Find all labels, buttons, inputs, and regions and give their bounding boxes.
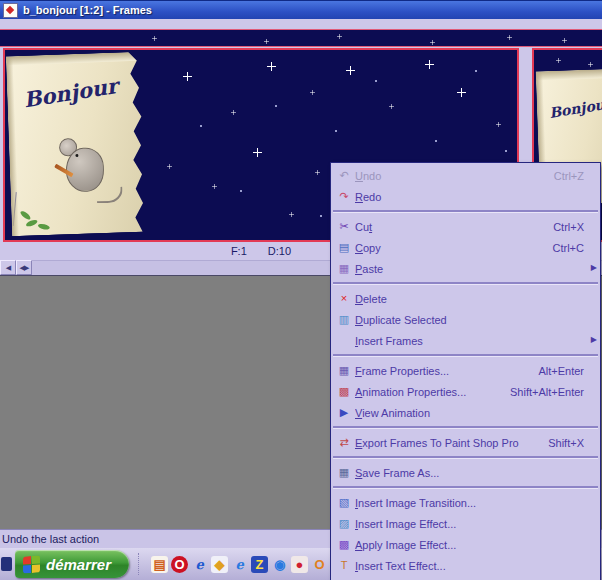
internet-explorer-icon[interactable]: e bbox=[191, 556, 208, 573]
insert-image-effect-icon: ▨ bbox=[333, 518, 355, 529]
menu-item-label: Paste bbox=[355, 263, 596, 275]
parchment-scroll-artwork: Bonjour bbox=[6, 52, 148, 237]
insert-image-transition-icon: ▧ bbox=[333, 497, 355, 508]
status-text: Undo the last action bbox=[2, 533, 99, 545]
insert-image-transition-menu-item[interactable]: ▧Insert Image Transition... bbox=[331, 492, 600, 513]
view-animation-icon: ▶ bbox=[333, 407, 355, 418]
cut-menu-item[interactable]: ✂CutCtrl+X bbox=[331, 216, 600, 237]
star-icon bbox=[588, 62, 593, 67]
redo-menu-item[interactable]: ↷Redo bbox=[331, 186, 600, 207]
insert-image-effect-menu-item[interactable]: ▨Insert Image Effect... bbox=[331, 513, 600, 534]
messenger-icon[interactable]: ◆ bbox=[211, 556, 228, 573]
frame-delay: D:10 bbox=[268, 245, 291, 257]
menu-item-label: Redo bbox=[355, 191, 596, 203]
insert-frames-menu-item[interactable]: Insert Frames▶ bbox=[331, 330, 600, 351]
star-dot-icon bbox=[375, 80, 377, 82]
menu-shortcut-label: Alt+Enter bbox=[538, 365, 584, 377]
menu-separator bbox=[333, 456, 598, 459]
media-player-icon[interactable]: ● bbox=[291, 556, 308, 573]
start-button-label: démarrer bbox=[46, 556, 111, 573]
star-dot-icon bbox=[475, 70, 477, 72]
menu-item-label: Cut bbox=[355, 221, 545, 233]
globe-icon[interactable]: ◉ bbox=[271, 556, 288, 573]
star-icon bbox=[267, 62, 276, 71]
star-icon bbox=[152, 36, 157, 41]
delete-x-icon: × bbox=[333, 293, 355, 304]
save-disk-icon: ▦ bbox=[333, 467, 355, 478]
start-button[interactable]: démarrer bbox=[15, 550, 129, 578]
export-frames-to-paint-shop-pro-menu-item[interactable]: ⇄Export Frames To Paint Shop ProShift+X bbox=[331, 432, 600, 453]
star-icon bbox=[167, 164, 172, 169]
save-frame-as-menu-item[interactable]: ▦Save Frame As... bbox=[331, 462, 600, 483]
apply-text-effect-menu-item[interactable]: TApply Text Effect... bbox=[331, 576, 600, 580]
duplicate-icon: ▥ bbox=[333, 314, 355, 325]
menu-separator bbox=[333, 210, 598, 213]
frames-context-menu: ↶UndoCtrl+Z↷Redo✂CutCtrl+X▤CopyCtrl+C▦Pa… bbox=[330, 162, 601, 580]
menu-separator bbox=[333, 282, 598, 285]
undo-menu-item[interactable]: ↶UndoCtrl+Z bbox=[331, 165, 600, 186]
menu-item-label: Save Frame As... bbox=[355, 467, 596, 479]
star-dot-icon bbox=[240, 190, 242, 192]
redo-icon: ↷ bbox=[333, 191, 355, 202]
zip-icon[interactable]: Z bbox=[251, 556, 268, 573]
menu-item-label: Insert Text Effect... bbox=[355, 560, 596, 572]
mouse-illustration bbox=[50, 126, 125, 212]
leaf-decoration bbox=[25, 219, 38, 228]
menu-item-label: Copy bbox=[355, 242, 545, 254]
menu-item-label: Undo bbox=[355, 170, 546, 182]
menu-shortcut-label: Ctrl+C bbox=[553, 242, 584, 254]
frame-properties-menu-item[interactable]: ▦Frame Properties...Alt+Enter bbox=[331, 360, 600, 381]
star-icon bbox=[430, 40, 435, 45]
window-title: b_bonjour [1:2] - Frames bbox=[23, 4, 152, 16]
taskbar-corner-icon[interactable] bbox=[1, 557, 12, 571]
scroll-pan-button[interactable]: ◀▶ bbox=[16, 260, 32, 275]
title-bar[interactable]: b_bonjour [1:2] - Frames bbox=[0, 0, 602, 19]
quick-launch-grip[interactable] bbox=[138, 553, 143, 575]
paste-clipboard-icon: ▦ bbox=[333, 263, 355, 274]
star-icon bbox=[496, 122, 501, 127]
star-dot-icon bbox=[435, 140, 437, 142]
duplicate-selected-menu-item[interactable]: ▥Duplicate Selected bbox=[331, 309, 600, 330]
menu-item-label: Insert Image Effect... bbox=[355, 518, 596, 530]
animation-shop-frames-window: b_bonjour [1:2] - Frames Bonjour bbox=[0, 0, 602, 580]
scroll-left-button[interactable]: ◀ bbox=[0, 260, 16, 275]
openoffice-icon[interactable]: O bbox=[311, 556, 328, 573]
star-icon bbox=[389, 104, 394, 109]
star-icon bbox=[337, 34, 342, 39]
star-icon bbox=[253, 148, 262, 157]
apply-image-effect-icon: ▩ bbox=[333, 539, 355, 550]
view-animation-menu-item[interactable]: ▶View Animation bbox=[331, 402, 600, 423]
leaf-decoration bbox=[37, 223, 50, 231]
menu-separator bbox=[333, 354, 598, 357]
paste-menu-item[interactable]: ▦Paste▶ bbox=[331, 258, 600, 279]
menu-separator bbox=[333, 486, 598, 489]
animation-properties-menu-item[interactable]: ▩Animation Properties...Shift+Alt+Enter bbox=[331, 381, 600, 402]
star-icon bbox=[425, 60, 434, 69]
menu-item-label: Insert Image Transition... bbox=[355, 497, 596, 509]
star-icon bbox=[457, 88, 466, 97]
menu-shortcut-label: Shift+X bbox=[548, 437, 584, 449]
menu-item-label: Frame Properties... bbox=[355, 365, 530, 377]
submenu-arrow-icon: ▶ bbox=[591, 264, 597, 272]
menu-item-label: Delete bbox=[355, 293, 596, 305]
frame-number: F:1 bbox=[231, 245, 247, 257]
leaf-decoration bbox=[19, 210, 32, 221]
star-dot-icon bbox=[200, 125, 202, 127]
copy-menu-item[interactable]: ▤CopyCtrl+C bbox=[331, 237, 600, 258]
windows-flag-icon bbox=[23, 555, 40, 573]
window-icon[interactable] bbox=[3, 3, 18, 18]
star-icon bbox=[183, 72, 192, 81]
artist-signature-squiggle bbox=[13, 192, 19, 226]
opera-icon[interactable]: O bbox=[171, 556, 188, 573]
delete-menu-item[interactable]: ×Delete bbox=[331, 288, 600, 309]
insert-text-effect-menu-item[interactable]: TInsert Text Effect... bbox=[331, 555, 600, 576]
menu-item-label: Duplicate Selected bbox=[355, 314, 596, 326]
browser-icon[interactable]: e bbox=[231, 556, 248, 573]
apply-image-effect-menu-item[interactable]: ▩Apply Image Effect... bbox=[331, 534, 600, 555]
star-icon bbox=[212, 184, 217, 189]
document-icon[interactable]: ▤ bbox=[151, 556, 168, 573]
star-icon bbox=[556, 58, 561, 63]
star-icon bbox=[507, 35, 512, 40]
frame-properties-icon: ▦ bbox=[333, 365, 355, 376]
bonjour-text: Bonjour bbox=[548, 95, 602, 121]
